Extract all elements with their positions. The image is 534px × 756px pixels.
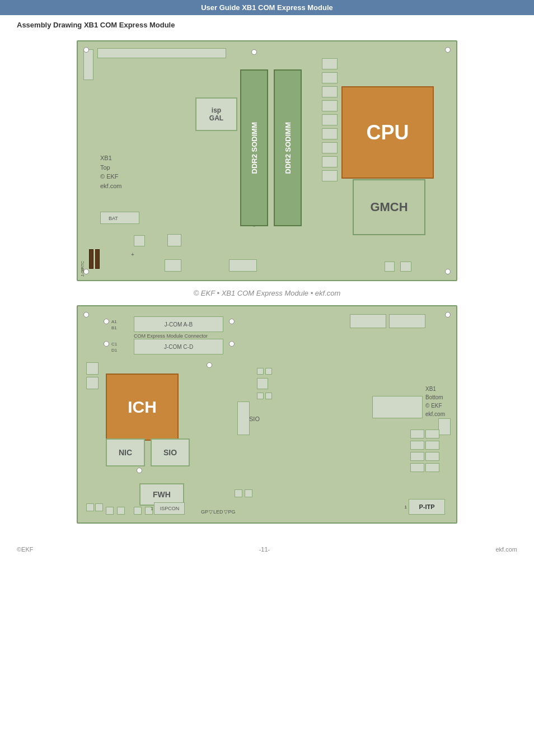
com-express-label: COM Express Module Connector bbox=[134, 333, 208, 339]
top-board: CPU GMCH DDR2 SODIMM DDR2 SODIMM ispGAL … bbox=[77, 40, 457, 281]
led-down-icon: ▽ bbox=[224, 509, 228, 515]
far-right-connector bbox=[438, 418, 451, 435]
bot-sq-1 bbox=[106, 507, 114, 515]
copyright-line: © EKF • XB1 COM Express Module • ekf.com bbox=[194, 286, 341, 301]
jcom-cd-label: J-COM C-D bbox=[164, 344, 193, 350]
cpu-chip: CPU bbox=[341, 86, 434, 179]
ispcon-number: 1 bbox=[151, 506, 153, 511]
strip-rect-1 bbox=[322, 58, 338, 69]
ispcon-box: ISPCON bbox=[154, 502, 185, 515]
bat-label: BAT bbox=[109, 216, 118, 221]
bot-circle-ab-right bbox=[229, 319, 235, 324]
ich-label: ICH bbox=[128, 398, 157, 417]
subtitle-text: Assembly Drawing XB1 COM Express Module bbox=[17, 21, 175, 29]
bot-mid-1 bbox=[235, 489, 242, 497]
mid-pair-2 bbox=[257, 393, 272, 399]
strip-rect-9 bbox=[322, 170, 338, 181]
mid-connectors-area bbox=[257, 368, 272, 399]
ich-top-dot bbox=[207, 362, 212, 368]
ser-4a bbox=[410, 463, 424, 472]
ab-label: A1B1 bbox=[111, 319, 117, 331]
small-sq-1 bbox=[134, 235, 145, 246]
cd-label: C1D1 bbox=[111, 341, 117, 353]
gp-led-pg-area: GP ▽ LED ▽ PG bbox=[201, 509, 236, 515]
strip-rect-6 bbox=[322, 128, 338, 139]
mid-sq-2b bbox=[265, 393, 272, 399]
bottom-edge-3 bbox=[400, 262, 411, 272]
strip-rect-5 bbox=[322, 114, 338, 125]
mid-large-1 bbox=[257, 378, 268, 389]
diagrams-container: CPU GMCH DDR2 SODIMM DDR2 SODIMM ispGAL … bbox=[0, 35, 534, 529]
ser-1a bbox=[410, 430, 424, 438]
page-header: User Guide XB1 COM Express Module bbox=[0, 0, 534, 15]
mid-pair-1 bbox=[257, 368, 272, 375]
a1-text: A1B1 bbox=[111, 319, 117, 330]
c1-text: C1D1 bbox=[111, 342, 117, 353]
small-sq-2 bbox=[167, 234, 181, 246]
bottom-board: A1B1 C1D1 J-COM A-B COM Express Module C… bbox=[77, 305, 457, 524]
isp-gal-label: ispGAL bbox=[209, 106, 223, 122]
xb1-text: XB1Top© EKFekf.com bbox=[100, 155, 122, 189]
jgp-label: J-GP bbox=[81, 268, 85, 277]
header-title: User Guide XB1 COM Express Module bbox=[201, 3, 333, 12]
gp-label: GP bbox=[201, 509, 208, 515]
ddr2-slot-2: DDR2 SODIMM bbox=[274, 69, 302, 226]
gp-down-icon: ▽ bbox=[209, 509, 213, 515]
top-right-rect-2 bbox=[350, 314, 386, 328]
right-strip-connectors bbox=[322, 58, 339, 237]
strip-rect-2 bbox=[322, 72, 338, 83]
top-right-rect-1 bbox=[389, 314, 425, 328]
ser-3b bbox=[425, 452, 439, 461]
bottom-left-double bbox=[86, 503, 103, 511]
serial-pair-2 bbox=[410, 441, 439, 450]
bottom-edge-2 bbox=[229, 259, 257, 272]
strip-rect-8 bbox=[322, 156, 338, 167]
xb1-top-label: XB1Top© EKFekf.com bbox=[100, 153, 122, 190]
bot-circle-cd-right bbox=[229, 341, 235, 347]
bot-left-sq-2 bbox=[95, 503, 103, 511]
ispcon-area: 1 ISPCON bbox=[151, 502, 185, 515]
ser-3a bbox=[410, 452, 424, 461]
left-side-connector bbox=[83, 49, 93, 80]
ddr2-slot-1: DDR2 SODIMM bbox=[240, 69, 268, 226]
cpu-label: CPU bbox=[366, 121, 409, 144]
bot-left-sq-1 bbox=[86, 503, 94, 511]
nic-dot bbox=[137, 468, 142, 473]
strip-rect-7 bbox=[322, 142, 338, 153]
bot-corner-tl bbox=[83, 312, 89, 318]
jrtc-bar1 bbox=[89, 249, 93, 269]
ddr2-slot2-label: DDR2 SODIMM bbox=[284, 122, 292, 174]
fwh-label: FWH bbox=[153, 490, 171, 499]
serial-area bbox=[410, 430, 439, 472]
plus-sign: + bbox=[131, 251, 134, 258]
bot-mid-2 bbox=[245, 489, 252, 497]
left-rect-1 bbox=[86, 362, 99, 375]
page-footer: ©EKF -11- ekf.com bbox=[0, 540, 534, 558]
copyright-text: © EKF • XB1 COM Express Module • ekf.com bbox=[194, 289, 341, 297]
strip-rect-3 bbox=[322, 86, 338, 97]
bot-corner-tr bbox=[445, 312, 451, 318]
page-subtitle: Assembly Drawing XB1 COM Express Module bbox=[0, 15, 534, 35]
footer-center: -11- bbox=[259, 546, 270, 553]
jcom-ab-label: J-COM A-B bbox=[165, 321, 193, 328]
bot-circle-cd bbox=[104, 341, 109, 347]
psio-connector bbox=[237, 402, 250, 435]
ddr2-slot1-label: DDR2 SODIMM bbox=[250, 122, 259, 174]
bottom-edge-1 bbox=[165, 259, 181, 272]
footer-right: ekf.com bbox=[495, 546, 517, 553]
bat-connector bbox=[100, 212, 139, 224]
bottom-row-connectors bbox=[106, 507, 153, 515]
isp-gal-chip: ispGAL bbox=[195, 97, 237, 131]
left-rect-2 bbox=[86, 377, 99, 389]
ser-4b bbox=[425, 463, 439, 472]
top-circle-1 bbox=[251, 49, 257, 55]
sio-label: SIO bbox=[163, 448, 177, 457]
serial-pair-4 bbox=[410, 463, 439, 472]
bottom-mid-rects bbox=[235, 489, 252, 497]
serial-pair-1 bbox=[410, 430, 439, 438]
jrtc-jgp-area bbox=[89, 249, 100, 269]
gmch-label: GMCH bbox=[370, 200, 407, 214]
jcom-cd-connector: J-COM C-D bbox=[134, 339, 223, 354]
mid-sq-1b bbox=[265, 368, 272, 375]
ser-2a bbox=[410, 441, 424, 450]
